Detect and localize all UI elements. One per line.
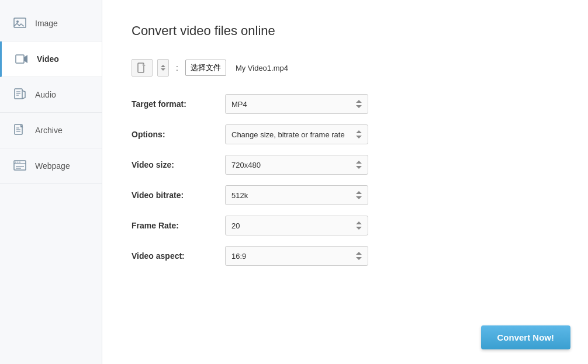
main-content: Convert video files online : 选择文件 My Vid… — [102, 0, 588, 364]
video-size-select[interactable]: 720x480 — [225, 155, 368, 175]
sidebar-item-archive[interactable]: Archive — [0, 113, 102, 148]
video-size-row: Video size: 720x480 — [132, 155, 559, 175]
video-bitrate-row: Video bitrate: 512k — [132, 185, 559, 205]
file-dropdown-button[interactable] — [157, 59, 169, 77]
archive-icon — [12, 122, 28, 138]
file-colon: : — [176, 63, 178, 72]
video-aspect-row: Video aspect: 16:9 — [132, 246, 559, 266]
options-label: Options: — [132, 130, 225, 139]
frame-rate-label: Frame Rate: — [132, 221, 225, 230]
webpage-icon — [12, 158, 28, 174]
choose-file-button[interactable]: 选择文件 — [185, 60, 226, 76]
target-format-row: Target format: MP4 — [132, 94, 559, 114]
image-icon — [12, 15, 28, 32]
frame-rate-select[interactable]: 20 — [225, 216, 368, 235]
sidebar-item-webpage-label: Webpage — [35, 161, 70, 171]
file-input-row: : 选择文件 My Video1.mp4 — [132, 59, 559, 77]
options-select[interactable]: Change size, bitrate or frame rate — [225, 124, 368, 144]
video-size-label: Video size: — [132, 160, 225, 169]
sidebar-item-audio-label: Audio — [35, 90, 56, 99]
svg-point-13 — [15, 162, 16, 163]
svg-rect-2 — [16, 55, 24, 63]
sidebar-item-webpage[interactable]: Webpage — [0, 148, 102, 184]
video-aspect-select[interactable]: 16:9 — [225, 246, 368, 266]
sidebar-item-image[interactable]: Image — [0, 6, 102, 41]
sidebar-item-image-label: Image — [35, 19, 58, 28]
svg-point-1 — [16, 20, 19, 23]
sidebar-item-video-label: Video — [37, 54, 59, 64]
sidebar-item-video[interactable]: Video — [0, 41, 102, 77]
sidebar-item-audio[interactable]: Audio — [0, 77, 102, 113]
video-bitrate-select[interactable]: 512k — [225, 185, 368, 205]
video-icon — [13, 51, 30, 67]
convert-now-button[interactable]: Convert Now! — [481, 325, 571, 349]
video-aspect-label: Video aspect: — [132, 251, 225, 261]
page-title: Convert video files online — [132, 23, 559, 39]
target-format-select[interactable]: MP4 — [225, 94, 368, 114]
svg-point-15 — [19, 162, 20, 163]
svg-point-14 — [18, 162, 19, 163]
file-icon-button[interactable] — [132, 59, 153, 77]
frame-rate-row: Frame Rate: 20 — [132, 216, 559, 235]
file-name-display: My Video1.mp4 — [236, 64, 288, 72]
options-row: Options: Change size, bitrate or frame r… — [132, 124, 559, 144]
target-format-label: Target format: — [132, 99, 225, 109]
sidebar-item-archive-label: Archive — [35, 126, 63, 135]
video-bitrate-label: Video bitrate: — [132, 190, 225, 200]
audio-icon — [12, 86, 28, 103]
sidebar: Image Video Audio — [0, 0, 102, 364]
